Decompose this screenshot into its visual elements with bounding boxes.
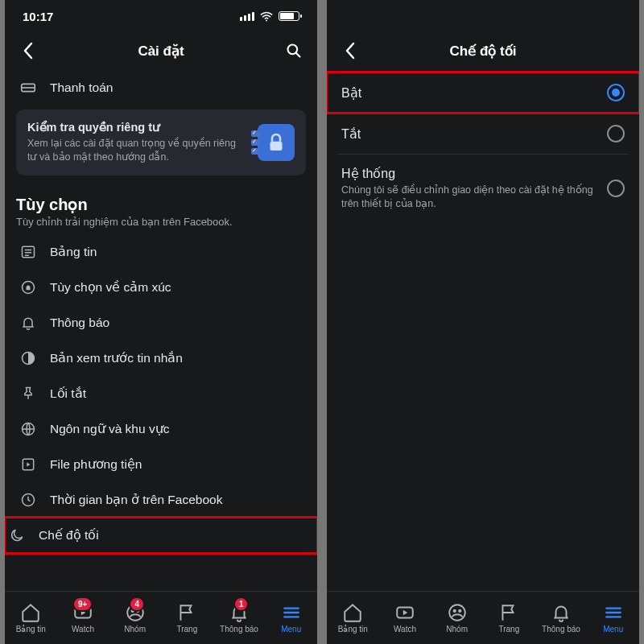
play-icon [19,456,37,473]
option-time[interactable]: Thời gian bạn ở trên Facebook [16,482,306,518]
tab-label: Bảng tin [338,625,368,634]
back-button[interactable] [338,39,362,63]
status-bar [327,0,639,32]
tab-label: Nhóm [124,625,146,634]
option-label: Hệ thống [341,166,596,181]
tab-newsfeed[interactable]: Bảng tin [5,592,57,644]
tab-label: Thông báo [220,625,258,634]
radio-selected-icon [607,84,625,101]
battery-icon [279,11,299,21]
option-on[interactable]: Bật [327,72,639,113]
phone-settings: 10:17 Cài đặt Thanh [5,0,317,644]
moon-icon [8,526,26,544]
section-title: Tùy chọn [16,195,306,214]
privacy-sub: Xem lại các cài đặt quan trọng về quyền … [27,137,246,164]
payment-row[interactable]: Thanh toán [16,69,306,106]
tab-notifications[interactable]: 1 Thông báo [213,592,266,644]
menu-icon [281,602,302,623]
privacy-title: Kiểm tra quyền riêng tư [27,121,246,134]
badge: 9+ [72,597,93,612]
tab-pages[interactable]: Trang [161,592,213,644]
privacy-check-card[interactable]: Kiểm tra quyền riêng tư Xem lại các cài … [16,109,306,175]
option-shortcuts[interactable]: Lối tắt [16,376,306,411]
badge: 4 [129,597,145,612]
option-newsfeed[interactable]: Bảng tin [16,234,306,270]
search-button[interactable] [282,39,306,63]
option-dark-mode[interactable]: Chế độ tối [5,518,317,553]
status-bar: 10:17 [5,0,317,32]
option-label: Thông báo [50,316,109,330]
content-area: Bật Tắt Hệ thống Chúng tôi sẽ điều chỉnh… [327,69,639,591]
section-header: Tùy chọn Tùy chỉnh trải nghiệm của bạn t… [16,195,306,234]
page-title: Chế độ tối [450,43,517,60]
page-title: Cài đặt [138,43,184,60]
tab-label: Menu [281,625,301,634]
groups-icon [447,602,468,623]
nav-header: Cài đặt [5,32,317,69]
tab-bar: Bảng tin 9+ Watch 4 Nhóm Trang 1 Thông b… [5,591,317,644]
tab-label: Menu [603,625,623,634]
tab-bar: Bảng tin Watch Nhóm Trang Thông báo Menu [327,591,639,644]
status-time: 10:17 [23,10,53,23]
tab-label: Thông báo [542,625,580,634]
tab-label: Nhóm [446,625,468,634]
option-language[interactable]: Ngôn ngữ và khu vực [16,411,306,447]
option-label: Tắt [341,126,596,142]
option-off[interactable]: Tắt [338,113,628,154]
content-area: Thanh toán Kiểm tra quyền riêng tư Xem l… [5,69,317,591]
radio-icon [607,180,625,197]
tab-menu[interactable]: Menu [265,592,317,644]
option-sub: Chúng tôi sẽ điều chỉnh giao diện theo c… [341,184,596,211]
nav-header: Chế độ tối [327,32,639,69]
radio-icon [607,125,625,142]
tab-watch[interactable]: Watch [379,592,431,644]
dark-mode-options: Bật Tắt Hệ thống Chúng tôi sẽ điều chỉnh… [338,72,628,222]
tab-pages[interactable]: Trang [483,592,535,644]
section-sub: Tùy chỉnh trải nghiệm của bạn trên Faceb… [16,216,306,228]
status-indicators [240,11,299,22]
signal-icon [240,12,254,21]
options-list: Bảng tin Tùy chọn về cảm xúc Thông báo B… [16,234,306,553]
pin-icon [19,385,37,402]
svg-rect-3 [270,142,283,151]
option-label: Bật [341,85,596,101]
tab-watch[interactable]: 9+ Watch [57,592,109,644]
home-icon [342,602,363,623]
tab-groups[interactable]: 4 Nhóm [109,592,161,644]
option-label: Tùy chọn về cảm xúc [50,280,171,295]
globe-icon [19,420,37,438]
tab-label: Trang [498,625,519,634]
lock-icon [258,124,295,161]
option-media[interactable]: File phương tiện [16,447,306,482]
bell-icon [19,314,37,332]
flag-icon [498,602,519,623]
option-reaction[interactable]: Tùy chọn về cảm xúc [16,270,306,305]
tab-menu[interactable]: Menu [587,592,639,644]
home-icon [20,602,41,623]
option-notifications[interactable]: Thông báo [16,305,306,341]
option-label: Chế độ tối [39,528,99,543]
svg-point-15 [449,605,465,621]
tab-label: Watch [72,625,94,634]
option-system[interactable]: Hệ thống Chúng tôi sẽ điều chỉnh giao di… [338,154,628,222]
clock-icon [19,491,37,509]
option-label: File phương tiện [50,457,142,472]
tab-label: Bảng tin [16,625,46,634]
bell-icon [551,602,572,623]
option-label: Ngôn ngữ và khu vực [50,422,169,436]
svg-point-16 [452,609,456,613]
option-label: Thời gian bạn ở trên Facebook [50,493,222,507]
option-message-preview[interactable]: Bản xem trước tin nhắn [16,341,306,376]
tab-label: Watch [394,625,416,634]
like-icon [19,279,37,296]
message-preview-icon [19,349,37,367]
tab-newsfeed[interactable]: Bảng tin [327,592,379,644]
tab-notifications[interactable]: Thông báo [535,592,588,644]
tab-groups[interactable]: Nhóm [431,592,483,644]
back-button[interactable] [16,39,40,63]
option-label: Bảng tin [50,245,97,259]
stage: 10:17 Cài đặt Thanh [0,0,644,644]
newsfeed-icon [19,243,37,261]
menu-icon [603,602,624,623]
phone-dark-mode: Chế độ tối Bật Tắt [327,0,639,644]
